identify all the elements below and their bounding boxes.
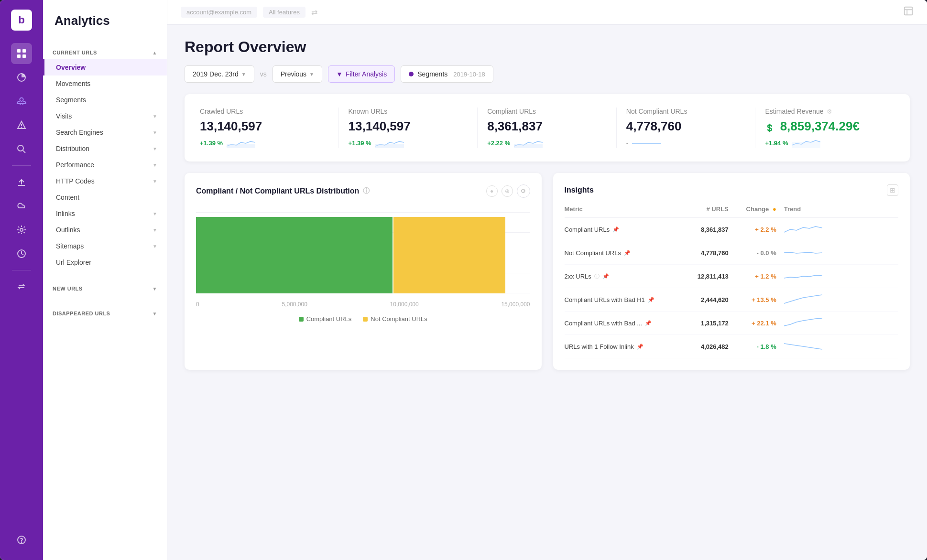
legend-not-compliant: Not Compliant URLs <box>363 315 427 323</box>
svg-rect-19 <box>375 144 404 148</box>
nav-item-overview[interactable]: Overview <box>43 59 167 75</box>
chart-action-btn-1[interactable]: ● <box>486 185 498 197</box>
nav-item-segments[interactable]: Segments <box>43 92 167 108</box>
change-value: - <box>626 140 628 147</box>
sidebar-icon-clock[interactable] <box>11 243 32 264</box>
nav-section-header-disappeared[interactable]: DISAPPEARED URLS ▼ <box>43 307 167 320</box>
sidebar-icon-grid[interactable] <box>11 43 32 64</box>
change-value: +1.39 % <box>349 140 371 147</box>
stats-section: Crawled URLs 13,140,597 +1.39 % <box>185 94 910 162</box>
sidebar-icon-search[interactable] <box>11 139 32 160</box>
sidebar-icon-settings[interactable] <box>11 219 32 240</box>
nav-section-header-new[interactable]: NEW URLS ▼ <box>43 282 167 295</box>
metric-name: Compliant URLs with Bad ... 📌 <box>565 320 679 327</box>
trend-sparkline <box>784 341 898 352</box>
nav-item-sitemaps[interactable]: Sitemaps ▼ <box>43 238 167 254</box>
col-urls: # URLS <box>679 205 736 213</box>
change-value: +1.94 % <box>765 140 788 147</box>
chevron-down-icon: ▼ <box>241 72 246 77</box>
col-change: Change ● <box>736 205 784 213</box>
sidebar-icon-cloud[interactable] <box>11 195 32 216</box>
compare-button[interactable]: Previous ▼ <box>273 65 322 83</box>
chart-settings-btn[interactable]: ⚙ <box>517 184 530 198</box>
sidebar-icon-chart[interactable] <box>11 67 32 88</box>
chevron-down-icon: ▼ <box>153 286 157 291</box>
stat-label-crawled: Crawled URLs <box>200 108 329 115</box>
nav-item-content[interactable]: Content <box>43 189 167 205</box>
chart-legend: Compliant URLs Not Compliant URLs <box>196 315 530 323</box>
chart-action-btn-2[interactable]: ⊕ <box>502 185 513 197</box>
svg-rect-1 <box>22 49 26 53</box>
pin-icon[interactable]: 📌 <box>645 320 652 326</box>
sidebar-icon-alert[interactable] <box>11 115 32 136</box>
chevron-right-icon: ▼ <box>153 146 157 151</box>
date-picker-button[interactable]: 2019 Dec. 23rd ▼ <box>185 65 254 83</box>
chart-bars <box>196 217 530 293</box>
nav-item-search-engines[interactable]: Search Engines ▼ <box>43 124 167 140</box>
pin-icon[interactable]: 📌 <box>624 250 631 256</box>
pin-icon[interactable]: 📌 <box>648 297 654 303</box>
chart-title: Compliant / Not Compliant URLs Distribut… <box>196 187 370 195</box>
table-row: Not Compliant URLs 📌 4,778,760 - 0.0 % <box>565 241 899 265</box>
metric-name: Compliant URLs 📌 <box>565 226 679 233</box>
sidebar-icon-brain[interactable] <box>11 91 32 112</box>
svg-rect-18 <box>227 144 255 148</box>
chevron-right-icon: ▼ <box>153 211 157 216</box>
table-row: 2xx URLs ⓘ 📌 12,811,413 + 1.2 % <box>565 265 899 288</box>
pin-icon[interactable]: 📌 <box>602 273 609 280</box>
icon-sidebar: b <box>0 0 43 560</box>
svg-point-8 <box>18 145 23 151</box>
nav-section-current: CURRENT URLS ▲ Overview Movements Segmen… <box>43 38 167 274</box>
filter-bar: 2019 Dec. 23rd ▼ vs Previous ▼ ▼ Filter … <box>185 65 910 83</box>
insights-pin-btn[interactable]: ⊞ <box>887 184 898 196</box>
trend-sparkline <box>784 294 898 305</box>
bar-empty <box>506 217 530 293</box>
table-row: Compliant URLs 📌 8,361,837 + 2.2 % <box>565 218 899 241</box>
pin-icon[interactable]: 📌 <box>637 344 643 350</box>
bar-chart-container: 0 5,000,000 10,000,000 15,000,000 Compli… <box>196 207 530 327</box>
sidebar-icon-transfer[interactable] <box>11 276 32 297</box>
nav-section-header-current[interactable]: CURRENT URLS ▲ <box>43 46 167 59</box>
nav-item-url-explorer[interactable]: Url Explorer <box>43 254 167 270</box>
export-button[interactable] <box>903 6 914 19</box>
nav-item-http-codes[interactable]: HTTP Codes ▼ <box>43 173 167 189</box>
change-value: +1.39 % <box>200 140 223 147</box>
svg-rect-15 <box>905 7 913 15</box>
trend-sparkline <box>784 247 898 258</box>
info-icon[interactable]: ⓘ <box>594 273 600 280</box>
chevron-right-icon: ▼ <box>153 130 157 135</box>
sidebar-icon-upload[interactable] <box>11 172 32 193</box>
top-bar: account@example.com All features ⇄ <box>167 0 927 25</box>
chevron-right-icon: ▼ <box>153 162 157 168</box>
nav-item-inlinks[interactable]: Inlinks ▼ <box>43 205 167 222</box>
x-label: 0 <box>196 301 199 308</box>
stat-value-compliant: 8,361,837 <box>487 119 607 134</box>
chevron-right-icon: ▼ <box>153 227 157 233</box>
nav-item-visits[interactable]: Visits ▼ <box>43 108 167 124</box>
chart-actions: ● ⊕ ⚙ <box>486 184 530 198</box>
content-area: Report Overview 2019 Dec. 23rd ▼ vs Prev… <box>167 25 927 560</box>
svg-rect-20 <box>514 144 543 148</box>
help-circle-icon[interactable]: ⓘ <box>363 187 370 195</box>
stat-change-compliant: +2.22 % <box>487 138 607 148</box>
breadcrumb-account[interactable]: account@example.com <box>181 7 257 18</box>
chevron-down-icon: ▼ <box>309 72 314 77</box>
stat-label-revenue: Estimated Revenue ⚙ <box>765 108 885 115</box>
nav-item-performance[interactable]: Performance ▼ <box>43 157 167 173</box>
bar-not-compliant <box>393 217 506 293</box>
segments-button[interactable]: Segments 2019-10-18 <box>401 65 493 83</box>
filter-analysis-button[interactable]: ▼ Filter Analysis <box>328 65 395 83</box>
stat-value-not-compliant: 4,778,760 <box>626 119 746 134</box>
insights-table-header: Metric # URLS Change ● Trend <box>565 205 899 218</box>
nav-item-movements[interactable]: Movements <box>43 75 167 92</box>
insights-card: Insights ⊞ Metric # URLS Change ● <box>553 173 910 370</box>
change-value: + 2.2 % <box>736 226 784 233</box>
nav-item-distribution[interactable]: Distribution ▼ <box>43 140 167 157</box>
date-value: 2019 Dec. 23rd <box>193 70 239 78</box>
insights-title: Insights <box>565 186 594 194</box>
sidebar-icon-help[interactable] <box>11 529 32 550</box>
pin-icon[interactable]: 📌 <box>612 226 619 233</box>
nav-item-outlinks[interactable]: Outlinks ▼ <box>43 222 167 238</box>
breadcrumb-features[interactable]: All features <box>263 7 305 18</box>
change-value: + 1.2 % <box>736 273 784 280</box>
